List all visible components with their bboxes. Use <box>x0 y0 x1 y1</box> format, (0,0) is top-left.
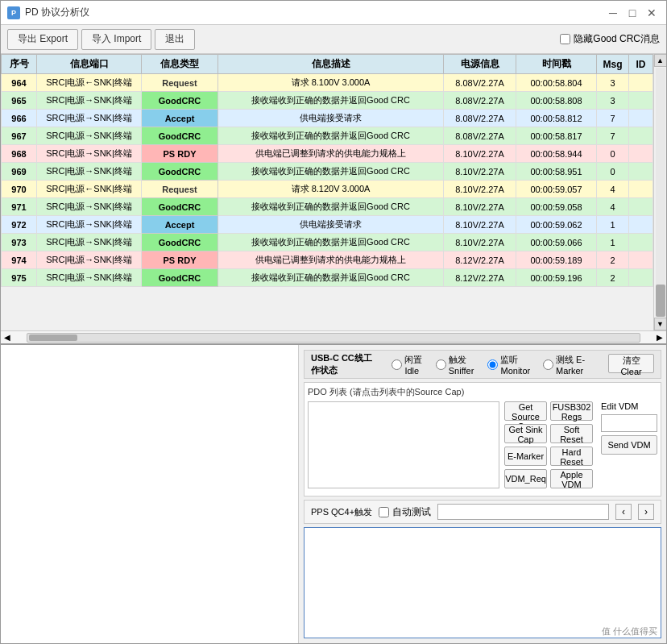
main-window: P PD 协议分析仪 ─ □ ✕ 导出 Export 导入 Import 退出 … <box>0 0 667 644</box>
mode-radio-group: 闲置 Idle 触发 Sniffer 监听 Monitor 测线 E- <box>392 354 595 376</box>
vertical-scrollbar[interactable]: ▲ ▼ <box>653 54 666 330</box>
pps-section: PPS QC4+触发 自动测试 ‹ › <box>304 500 661 524</box>
edit-vdm-label: Edit VDM <box>601 401 638 411</box>
pdo-btn-row-4: VDM_Req Apple VDM <box>504 469 593 488</box>
header-type: 信息类型 <box>142 55 218 74</box>
scroll-up-arrow[interactable]: ▲ <box>654 54 667 67</box>
title-bar: P PD 协议分析仪 ─ □ ✕ <box>1 1 666 25</box>
radio-idle[interactable] <box>392 359 402 370</box>
right-panel: USB-C CC线工作状态 闲置 Idle 触发 Sniffer 监听 M <box>299 345 666 643</box>
minimize-button[interactable]: ─ <box>605 5 621 21</box>
header-seq: 序号 <box>2 55 37 74</box>
scroll-track[interactable] <box>656 68 665 317</box>
get-sink-cap-btn[interactable]: Get Sink Cap <box>504 424 547 443</box>
scroll-left-arrow[interactable]: ◀ <box>1 333 14 342</box>
table-row[interactable]: 967SRC|电源→SNK|终端GoodCRC接收端收到正确的数据并返回Good… <box>2 127 653 145</box>
table-body: 964SRC|电源←SNK|终端Request请求 8.100V 3.000A8… <box>2 74 653 287</box>
send-vdm-button[interactable]: Send VDM <box>601 435 657 455</box>
scroll-right-arrow[interactable]: ▶ <box>653 333 666 342</box>
table-row[interactable]: 972SRC|电源→SNK|终端Accept供电端接受请求8.10V/2.27A… <box>2 216 653 234</box>
header-id: ID <box>629 55 653 74</box>
fusb302-regs-btn[interactable]: FUSB302 Regs <box>550 401 593 421</box>
usb-status-title: USB-C CC线工作状态 <box>311 352 379 376</box>
hide-crc-checkbox[interactable] <box>560 34 570 44</box>
table-wrapper: 序号 信息端口 信息类型 信息描述 电源信息 时间戳 Msg ID 9 <box>1 54 666 330</box>
app-icon: P <box>7 6 20 19</box>
mode-emarker[interactable]: 测线 E-Marker <box>543 354 595 376</box>
apple-vdm-btn[interactable]: Apple VDM <box>550 469 593 488</box>
hard-reset-btn[interactable]: Hard Reset <box>550 447 593 466</box>
usb-status-bar: USB-C CC线工作状态 闲置 Idle 触发 Sniffer 监听 M <box>304 350 661 379</box>
table-row[interactable]: 971SRC|电源→SNK|终端GoodCRC接收端收到正确的数据并返回Good… <box>2 198 653 216</box>
close-button[interactable]: ✕ <box>644 5 660 21</box>
table-scroll[interactable]: 序号 信息端口 信息类型 信息描述 电源信息 时间戳 Msg ID 9 <box>1 54 653 330</box>
pps-title: PPS QC4+触发 <box>311 506 372 518</box>
toolbar-right: 隐藏Good CRC消息 <box>560 32 660 46</box>
header-msg: Msg <box>597 55 629 74</box>
pps-prev-button[interactable]: ‹ <box>615 504 632 520</box>
pdo-btn-row-2: Get Sink Cap Soft Reset <box>504 424 593 443</box>
header-desc: 信息描述 <box>218 55 444 74</box>
data-table: 序号 信息端口 信息类型 信息描述 电源信息 时间戳 Msg ID 9 <box>1 54 653 287</box>
toolbar: 导出 Export 导入 Import 退出 隐藏Good CRC消息 <box>1 25 666 54</box>
pdo-title: PDO 列表 (请点击列表中的Source Cap) <box>308 386 657 398</box>
table-row[interactable]: 974SRC|电源→SNK|终端PS RDY供电端已调整到请求的供电能力规格上8… <box>2 251 653 269</box>
radio-emarker[interactable] <box>543 359 553 370</box>
table-section: 序号 信息端口 信息类型 信息描述 电源信息 时间戳 Msg ID 9 <box>1 54 666 345</box>
soft-reset-btn[interactable]: Soft Reset <box>550 424 593 443</box>
pdo-list[interactable] <box>308 401 499 488</box>
bottom-section: USB-C CC线工作状态 闲置 Idle 触发 Sniffer 监听 M <box>1 345 666 643</box>
clear-btn-area: 清空 Clear <box>608 354 654 373</box>
header-time: 时间戳 <box>516 55 597 74</box>
horizontal-scrollbar[interactable] <box>27 333 640 343</box>
clear-button[interactable]: 清空 Clear <box>608 354 654 373</box>
log-area[interactable] <box>304 527 661 638</box>
auto-test-checkbox[interactable] <box>379 507 389 517</box>
pps-next-button[interactable]: › <box>638 504 654 520</box>
table-row[interactable]: 975SRC|电源→SNK|终端GoodCRC接收端收到正确的数据并返回Good… <box>2 269 653 287</box>
maximize-button[interactable]: □ <box>624 5 640 21</box>
exit-button[interactable]: 退出 <box>155 29 195 50</box>
pdo-content: Get Source Cap FUSB302 Regs Get Sink Cap… <box>308 401 657 488</box>
horizontal-scrollbar-row: ◀ ▶ <box>1 330 666 343</box>
main-area: 序号 信息端口 信息类型 信息描述 电源信息 时间戳 Msg ID 9 <box>1 54 666 643</box>
radio-monitor[interactable] <box>487 359 498 370</box>
vdm-req-btn[interactable]: VDM_Req <box>504 469 547 488</box>
get-source-cap-btn[interactable]: Get Source Cap <box>504 401 547 421</box>
window-controls: ─ □ ✕ <box>605 5 660 21</box>
table-row[interactable]: 964SRC|电源←SNK|终端Request请求 8.100V 3.000A8… <box>2 74 653 92</box>
pdo-btn-row-1: Get Source Cap FUSB302 Regs <box>504 401 593 421</box>
scroll-down-arrow[interactable]: ▼ <box>654 318 667 330</box>
mode-monitor[interactable]: 监听 Monitor <box>487 354 535 376</box>
table-row[interactable]: 973SRC|电源→SNK|终端GoodCRC接收端收到正确的数据并返回Good… <box>2 234 653 251</box>
mode-idle[interactable]: 闲置 Idle <box>392 354 427 376</box>
header-port: 信息端口 <box>37 55 142 74</box>
export-button[interactable]: 导出 Export <box>7 29 78 50</box>
edit-vdm-input[interactable] <box>601 414 657 432</box>
table-row[interactable]: 970SRC|电源←SNK|终端Request请求 8.120V 3.000A8… <box>2 181 653 198</box>
e-marker-btn[interactable]: E-Marker <box>504 447 547 466</box>
toolbar-left: 导出 Export 导入 Import 退出 <box>7 29 195 50</box>
import-button[interactable]: 导入 Import <box>81 29 151 50</box>
auto-test-label[interactable]: 自动测试 <box>379 505 431 519</box>
table-header: 序号 信息端口 信息类型 信息描述 电源信息 时间戳 Msg ID <box>2 55 653 74</box>
pdo-buttons: Get Source Cap FUSB302 Regs Get Sink Cap… <box>504 401 593 488</box>
scroll-thumb[interactable] <box>656 285 665 317</box>
title-bar-left: P PD 协议分析仪 <box>7 6 89 19</box>
edit-vdm-section: Edit VDM Send VDM <box>601 401 657 488</box>
table-row[interactable]: 965SRC|电源→SNK|终端GoodCRC接收端收到正确的数据并返回Good… <box>2 92 653 110</box>
table-row[interactable]: 968SRC|电源→SNK|终端PS RDY供电端已调整到请求的供电能力规格上8… <box>2 145 653 163</box>
hide-crc-label[interactable]: 隐藏Good CRC消息 <box>560 32 660 46</box>
header-power: 电源信息 <box>444 55 516 74</box>
pps-input[interactable] <box>437 504 609 520</box>
radio-sniffer[interactable] <box>436 359 446 370</box>
window-title: PD 协议分析仪 <box>25 6 89 19</box>
mode-sniffer[interactable]: 触发 Sniffer <box>436 354 480 376</box>
h-scroll-thumb[interactable] <box>29 334 77 341</box>
table-row[interactable]: 966SRC|电源→SNK|终端Accept供电端接受请求8.08V/2.27A… <box>2 110 653 127</box>
left-panel <box>1 345 299 643</box>
pdo-section: PDO 列表 (请点击列表中的Source Cap) Get Source Ca… <box>304 382 661 497</box>
pdo-btn-row-3: E-Marker Hard Reset <box>504 447 593 466</box>
table-row[interactable]: 969SRC|电源→SNK|终端GoodCRC接收端收到正确的数据并返回Good… <box>2 163 653 181</box>
